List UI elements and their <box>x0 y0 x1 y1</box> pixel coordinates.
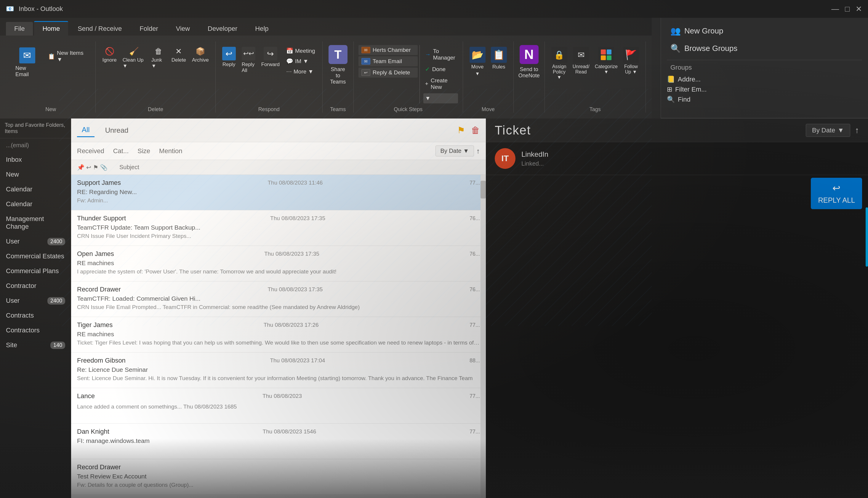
cleanup-btn[interactable]: 🧹 Clean Up ▼ <box>121 45 147 71</box>
sidebar-item-management-change[interactable]: Management Change <box>0 211 71 234</box>
delete-action-icon[interactable]: 🗑 <box>471 125 480 135</box>
sidebar-item-contractor[interactable]: Contractor <box>0 278 71 293</box>
flag-action-icon[interactable]: ⚑ <box>457 125 465 135</box>
scroll-bar[interactable] <box>481 175 486 498</box>
follow-up-btn[interactable]: 🚩 FollowUp ▼ <box>621 45 641 76</box>
team-email-qs[interactable]: ✉ Team Email <box>358 56 418 66</box>
sort-direction-panel[interactable]: ↑ <box>855 126 859 135</box>
expand-qs-btn[interactable]: ▼ <box>423 93 458 103</box>
meeting-btn[interactable]: 📅 Meeting <box>284 46 318 55</box>
tab-view[interactable]: View <box>168 22 198 36</box>
scroll-thumb[interactable] <box>481 181 486 198</box>
maximize-btn[interactable]: □ <box>845 4 850 14</box>
mail-item-4[interactable]: Record Drawer Thu 08/08/2023 17:35 76...… <box>71 281 486 317</box>
sidebar-item-contractors[interactable]: Contractors <box>0 323 71 338</box>
mail-item-5[interactable]: Tiger James Thu 08/08/2023 17:26 77... R… <box>71 317 486 353</box>
reply-delete-qs[interactable]: ↩ Reply & Delete <box>358 67 418 78</box>
sort-by-date-panel[interactable]: By Date ▼ <box>806 124 850 137</box>
sort-direction-btn[interactable]: ↑ <box>476 147 480 155</box>
sidebar-item-4-label: Calendar <box>6 185 32 193</box>
mail-item-3[interactable]: Open James Thu 08/08/2023 17:35 76... RE… <box>71 246 486 281</box>
mail-filter-bar: Received Cat... Size Mention By Date ▼ ↑ <box>71 142 486 160</box>
ticket-item-1[interactable]: IT LinkedIn Linked... <box>486 142 868 175</box>
reply-all-panel-btn[interactable]: ↩ REPLY ALL <box>811 178 862 209</box>
done-checkmark: ✓ <box>425 66 430 73</box>
sidebar-item-4[interactable]: Calendar <box>0 182 71 197</box>
address-book-btn[interactable]: 📒 Addre... <box>667 76 862 83</box>
mail-item-9[interactable]: Record Drawer Test Review Exc Account Fw… <box>71 459 486 495</box>
close-btn[interactable]: ✕ <box>856 4 862 14</box>
share-to-teams-btn[interactable]: T Share toTeams <box>329 41 347 85</box>
more-respond-btn[interactable]: ⋯ More ▼ <box>284 67 318 76</box>
filter-email-btn[interactable]: ⊞ Filter Em... <box>667 86 862 93</box>
mail-item-6[interactable]: Freedom Gibson Thu 08/08/2023 17:04 88..… <box>71 353 486 388</box>
sidebar-item-contracts[interactable]: Contracts <box>0 308 71 323</box>
tab-help[interactable]: Help <box>247 22 277 36</box>
new-group-btn[interactable]: 👥 New Group <box>667 24 862 38</box>
col-icon-3: ⚑ <box>93 164 98 171</box>
categorize-btn[interactable]: Categorize▼ <box>593 45 619 76</box>
minimize-btn[interactable]: — <box>831 4 839 14</box>
sidebar-item-commercial-plans[interactable]: Commercial Plans <box>0 264 71 278</box>
mail-preview-7: Lance added a comment on somethings... T… <box>77 404 480 410</box>
sort-controls: By Date ▼ ↑ <box>806 124 859 137</box>
create-new-qs[interactable]: + Create New <box>423 76 458 92</box>
tab-developer[interactable]: Developer <box>199 22 246 36</box>
mail-item-8[interactable]: Dan Knight Thu 08/08/2023 1546 77... FI:… <box>71 424 486 459</box>
delete-btn[interactable]: ✕ Delete <box>170 45 188 65</box>
follow-up-icon: 🚩 <box>623 47 639 63</box>
browse-groups-btn[interactable]: 🔍 Browse Groups <box>667 41 862 56</box>
sort-by-date-btn[interactable]: By Date ▼ <box>435 145 474 156</box>
archive-btn[interactable]: 📦 Archive <box>190 45 211 65</box>
tab-home[interactable]: Home <box>34 21 68 36</box>
tab-file[interactable]: File <box>6 22 33 36</box>
mail-item-1[interactable]: Support James Thu 08/08/2023 11:46 77...… <box>71 175 486 210</box>
sidebar-user2-count: 2400 <box>48 297 65 304</box>
sidebar-item-commercial-estates[interactable]: Commercial Estates <box>0 249 71 264</box>
sidebar-item-user[interactable]: User 2400 <box>0 234 71 249</box>
new-items-icon: 📋 <box>48 53 55 60</box>
mail-subject-4: TeamCTFR: Loaded: Commercial Given Hi... <box>77 295 480 302</box>
herts-chamber-qs[interactable]: ✉ Herts Chamber <box>358 45 418 55</box>
sidebar-item-3[interactable]: New <box>0 167 71 182</box>
sidebar-header: Top and Favorite Folders, Items <box>0 118 71 138</box>
sidebar-item-site[interactable]: Site 140 <box>0 338 71 353</box>
more-respond-label: More ▼ <box>293 68 313 75</box>
forward-btn[interactable]: ↪ Forward <box>260 45 281 69</box>
junk-btn[interactable]: 🗑 Junk ▼ <box>149 45 167 71</box>
create-new-label: Create New <box>431 77 456 90</box>
to-manager-qs[interactable]: → To Manager <box>423 46 458 63</box>
mail-item-2[interactable]: Thunder Support Thu 08/08/2023 17:35 76.… <box>71 210 486 246</box>
reply-all-btn[interactable]: ↩↩ Reply All <box>240 45 257 75</box>
reply-btn[interactable]: ↩ Reply <box>220 45 238 69</box>
groups-section-label: Groups <box>667 64 695 71</box>
tab-send-receive[interactable]: Send / Receive <box>69 22 130 36</box>
unread-read-btn[interactable]: ✉ Unread/Read <box>571 45 591 76</box>
ignore-btn[interactable]: 🚫 Ignore <box>101 45 118 65</box>
tab-all[interactable]: All <box>77 123 94 137</box>
tab-folder[interactable]: Folder <box>131 22 166 36</box>
ribbon-group-onenote: N Send toOneNote <box>514 41 545 113</box>
herts-chamber-label: Herts Chamber <box>373 47 411 53</box>
archive-icon: 📦 <box>196 47 205 56</box>
new-items-btn[interactable]: 📋 New Items ▼ <box>45 49 90 64</box>
sidebar-item-3-label: New <box>6 171 19 178</box>
sidebar-item-5[interactable]: Calendar <box>0 197 71 211</box>
send-to-onenote-btn[interactable]: N Send toOneNote <box>518 41 540 79</box>
sidebar-item-2[interactable]: Inbox <box>0 152 71 167</box>
done-qs[interactable]: ✓ Done <box>423 64 458 74</box>
mail-item-7[interactable]: Lance Thu 08/08/2023 77... Lance added a… <box>71 388 486 424</box>
sidebar-item-user2[interactable]: User 2400 <box>0 293 71 308</box>
im-btn[interactable]: 💬 IM ▼ <box>284 56 318 66</box>
ribbon-group-quicksteps: ✉ Herts Chamber ✉ Team Email ↩ Reply & D… <box>354 41 463 113</box>
tab-unread[interactable]: Unread <box>101 124 133 137</box>
new-email-btn[interactable]: ✉ New Email <box>12 45 43 80</box>
forward-icon: ↪ <box>264 47 277 61</box>
find-btn[interactable]: 🔍 Find <box>667 96 862 103</box>
move-btn[interactable]: 📂 Move ▼ <box>468 45 487 78</box>
assign-policy-btn[interactable]: 🔒 AssignPolicy ▼ <box>550 45 569 82</box>
sidebar-item-1[interactable]: ...(email) <box>0 138 71 152</box>
sidebar-item-mgmt-label: Management Change <box>6 215 65 231</box>
sidebar-item-user-label: User <box>6 238 19 245</box>
rules-btn[interactable]: 📋 Rules <box>489 45 509 78</box>
